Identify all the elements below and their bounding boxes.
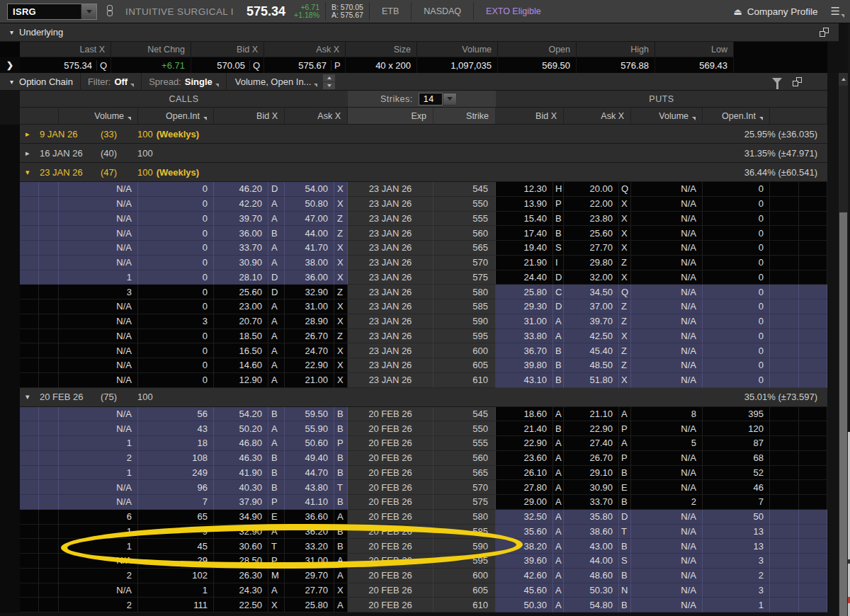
put-bid-cell[interactable]: 29.00 (496, 495, 553, 510)
call-bid-cell[interactable]: 22.50 (214, 598, 268, 612)
put-ask-cell[interactable]: 27.40 (564, 436, 619, 451)
call-ask-cell[interactable]: 41.70 (285, 241, 334, 256)
put-ask-cell[interactable]: 48.60 (564, 569, 619, 583)
call-bid-cell[interactable]: 41.90 (214, 466, 268, 481)
put-ask-cell[interactable]: 45.40 (564, 343, 619, 358)
call-ask-cell[interactable]: 38.00 (285, 256, 334, 270)
call-bid-cell[interactable]: 16.50 (214, 343, 268, 358)
call-bid-cell[interactable]: 18.50 (214, 329, 268, 344)
call-ask-cell[interactable]: 29.70 (285, 569, 334, 583)
option-row[interactable]: N/A737.90P41.10B20 FEB 2657529.00A33.70B… (20, 495, 827, 510)
puts-bid-header[interactable]: Bid X (496, 108, 564, 125)
put-bid-cell[interactable]: 43.10 (496, 373, 553, 388)
put-ask-cell[interactable]: 22.90 (564, 421, 619, 436)
collapse-chevron-icon[interactable]: ▾ (26, 392, 33, 401)
puts-volume-header[interactable]: Volume (631, 108, 703, 125)
call-ask-cell[interactable]: 36.60 (285, 510, 334, 525)
put-bid-cell[interactable]: 19.40 (496, 241, 553, 256)
put-bid-cell[interactable]: 32.50 (496, 510, 553, 525)
call-ask-cell[interactable]: 22.90 (285, 358, 334, 373)
put-ask-cell[interactable]: 23.80 (564, 212, 619, 227)
option-row[interactable]: N/A023.00A31.00X23 JAN 2658529.30D37.00Z… (20, 300, 827, 314)
put-bid-cell[interactable]: 27.80 (496, 480, 553, 495)
put-bid-cell[interactable]: 26.10 (496, 466, 553, 481)
call-ask-cell[interactable]: 50.60 (285, 436, 334, 451)
option-row[interactable]: 66534.90E36.60A20 FEB 2658032.50A35.80DN… (20, 510, 827, 525)
put-ask-cell[interactable]: 54.80 (564, 598, 619, 612)
call-bid-cell[interactable]: 37.90 (214, 495, 268, 510)
option-row[interactable]: N/A039.70A47.00Z23 JAN 2655515.40B23.80X… (20, 212, 827, 227)
option-row[interactable]: 211122.50X25.80A20 FEB 2661050.30A54.80B… (20, 598, 827, 612)
expiration-group-header[interactable]: ▾23 JAN 26(47)100(Weeklys)36.44% (±60.54… (20, 163, 827, 182)
call-bid-cell[interactable]: 33.70 (214, 241, 268, 256)
detach-icon[interactable] (793, 77, 802, 86)
call-bid-cell[interactable]: 12.90 (214, 373, 268, 388)
put-ask-cell[interactable]: 44.00 (564, 554, 619, 569)
put-ask-cell[interactable]: 25.60 (564, 226, 619, 241)
call-ask-cell[interactable]: 43.80 (285, 480, 334, 495)
option-row[interactable]: N/A320.70A28.90X23 JAN 2659031.00A39.70Z… (20, 314, 827, 329)
put-bid-cell[interactable]: 22.90 (496, 436, 553, 451)
call-ask-cell[interactable]: 32.90 (285, 285, 334, 300)
puts-open-interest-header[interactable]: Open.Int (703, 108, 770, 125)
expiration-group-header[interactable]: ▾20 FEB 26(75)10035.01% (±73.597) (20, 388, 827, 407)
call-ask-cell[interactable]: 55.90 (285, 421, 334, 436)
put-ask-cell[interactable]: 39.70 (564, 314, 619, 329)
spread-value[interactable]: Single (185, 76, 212, 87)
spinner-down-button[interactable] (323, 82, 335, 89)
call-bid-cell[interactable]: 40.30 (214, 480, 268, 495)
put-ask-cell[interactable]: 48.50 (564, 358, 619, 373)
call-ask-cell[interactable]: 27.70 (285, 583, 334, 598)
put-ask-cell[interactable]: 43.00 (564, 539, 619, 554)
option-row[interactable]: 1932.90A36.20B20 FEB 2658535.60A38.60TN/… (20, 525, 827, 540)
calls-open-interest-header[interactable]: Open.Int (138, 108, 214, 125)
put-bid-cell[interactable]: 33.80 (496, 329, 553, 344)
call-ask-cell[interactable]: 33.20 (285, 539, 334, 554)
option-row[interactable]: N/A014.60A22.90X23 JAN 2660539.80B48.50Z… (20, 358, 827, 373)
scrollbar-thumb[interactable] (839, 212, 847, 616)
call-bid-cell[interactable]: 28.10 (214, 270, 268, 285)
put-bid-cell[interactable]: 13.90 (496, 197, 553, 212)
put-bid-cell[interactable]: 36.70 (496, 343, 553, 358)
call-ask-cell[interactable]: 59.50 (285, 407, 334, 422)
option-row[interactable]: 210846.30B49.40B20 FEB 2656023.60A26.70P… (20, 451, 827, 466)
call-ask-cell[interactable]: 36.20 (285, 525, 334, 540)
call-bid-cell[interactable]: 46.20 (214, 182, 268, 197)
calls-bid-header[interactable]: Bid X (214, 108, 285, 125)
put-ask-cell[interactable]: 32.00 (564, 270, 619, 285)
spinner-up-button[interactable] (323, 74, 335, 81)
put-ask-cell[interactable]: 29.80 (564, 256, 619, 270)
call-ask-cell[interactable]: 31.00 (285, 554, 334, 569)
option-row[interactable]: N/A033.70A41.70X23 JAN 2656519.40S27.70X… (20, 241, 827, 256)
call-bid-cell[interactable]: 46.30 (214, 451, 268, 466)
option-row[interactable]: 210226.30M29.70A20 FEB 2660042.60A48.60B… (20, 569, 827, 583)
put-bid-cell[interactable]: 21.90 (496, 256, 553, 270)
option-row[interactable]: 1028.10D36.00X23 JAN 2657524.40D32.00XN/… (20, 270, 827, 285)
call-bid-cell[interactable]: 30.60 (214, 539, 268, 554)
option-row[interactable]: N/A036.00B44.00Z23 JAN 2656017.40B25.60X… (20, 226, 827, 241)
put-bid-cell[interactable]: 29.30 (496, 300, 553, 314)
detach-icon[interactable] (820, 28, 829, 37)
option-row[interactable]: 3025.60D32.90Z23 JAN 2658025.80C34.50QN/… (20, 285, 827, 300)
call-ask-cell[interactable]: 49.40 (285, 451, 334, 466)
option-row[interactable]: 14530.60T33.20B20 FEB 2659038.20A43.00BN… (20, 539, 827, 554)
option-row[interactable]: N/A030.90A38.00X23 JAN 2657021.90I29.80Z… (20, 256, 827, 270)
call-bid-cell[interactable]: 50.20 (214, 421, 268, 436)
option-row[interactable]: N/A012.90A21.00X23 JAN 2661043.10B51.80X… (20, 373, 827, 388)
columns-layout-select[interactable]: Volume, Open In... (235, 76, 312, 87)
put-bid-cell[interactable]: 21.40 (496, 421, 553, 436)
call-ask-cell[interactable]: 44.70 (285, 466, 334, 481)
call-bid-cell[interactable]: 36.00 (214, 226, 268, 241)
call-ask-cell[interactable]: 47.00 (285, 212, 334, 227)
call-ask-cell[interactable]: 28.90 (285, 314, 334, 329)
call-bid-cell[interactable]: 20.70 (214, 314, 268, 329)
call-bid-cell[interactable]: 54.20 (214, 407, 268, 422)
row-spinner[interactable] (323, 74, 335, 89)
calls-ask-header[interactable]: Ask X (285, 108, 348, 125)
call-bid-cell[interactable]: 28.50 (214, 554, 268, 569)
call-bid-cell[interactable]: 32.90 (214, 525, 268, 540)
put-ask-cell[interactable]: 22.00 (564, 197, 619, 212)
exp-header[interactable]: Exp (348, 108, 434, 125)
put-bid-cell[interactable]: 38.20 (496, 539, 553, 554)
calls-volume-header[interactable]: Volume (59, 108, 138, 125)
